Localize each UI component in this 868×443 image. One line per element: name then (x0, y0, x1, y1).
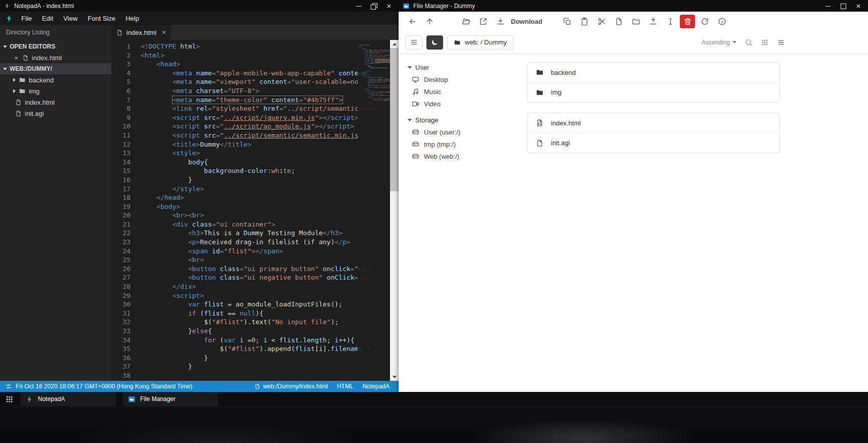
up-button[interactable] (422, 15, 437, 28)
download-label[interactable]: Download (511, 18, 542, 25)
help-button[interactable] (731, 15, 747, 28)
tree-item-backend[interactable]: backend (0, 74, 111, 85)
new-file-button[interactable] (611, 15, 626, 28)
chevron-right-icon (13, 78, 16, 82)
tree-item-index-html[interactable]: index.html (0, 97, 111, 108)
breadcrumb[interactable]: web: / Dummy (447, 35, 513, 50)
restore-icon[interactable] (370, 3, 377, 10)
tree-item-init-agi[interactable]: init.agi (0, 108, 111, 119)
notepada-window: NotepadA - index.html × File Edit View F… (0, 0, 399, 392)
menu-edit[interactable]: Edit (37, 15, 58, 22)
new-folder-button[interactable] (628, 15, 643, 28)
file-manager-icon (128, 395, 136, 403)
minimap-content: <!DOCTYPE html><html> <head> <meta name=… (358, 45, 390, 106)
file-row-init-agi[interactable]: init.agi (528, 133, 779, 153)
workspace-section[interactable]: WEB:/DUMMY/ (0, 63, 111, 74)
file-row-img[interactable]: img (528, 82, 779, 102)
sidebar-item-label: Desktop (424, 76, 448, 83)
tab-index-html[interactable]: index.html × (111, 25, 171, 40)
refresh-button[interactable] (697, 15, 712, 28)
paste-button[interactable] (577, 15, 592, 28)
sidebar-section-user[interactable]: User (408, 61, 514, 73)
taskbar: NotepadA File Manager (0, 392, 868, 406)
close-editor-icon[interactable]: × (13, 54, 19, 62)
music-icon (412, 88, 419, 96)
menu-view[interactable]: View (59, 15, 82, 22)
menu-font-size[interactable]: Font Size (83, 15, 120, 22)
minimap[interactable]: <!DOCTYPE html><html> <head> <meta name=… (358, 40, 390, 381)
file-name: index.html (551, 119, 581, 127)
open-editor-filename: index.html (32, 54, 62, 62)
sidebar-section-storage[interactable]: Storage (408, 114, 514, 126)
copy-button[interactable] (559, 15, 575, 28)
rename-button[interactable] (663, 15, 678, 28)
sidebar-item-label: tmp (tmp:/) (424, 141, 456, 148)
folder-icon (19, 76, 26, 83)
scrollbar-thumb[interactable] (390, 48, 399, 191)
menu-help[interactable]: Help (121, 15, 144, 22)
tab-close-icon[interactable]: × (162, 28, 166, 36)
sidebar-item-user-drive[interactable]: User (user:/) (408, 126, 514, 138)
tab-bar: index.html × (111, 25, 399, 40)
taskbar-item-notepada[interactable]: NotepadA (21, 392, 116, 406)
statusbar-datetime: Fri Oct 16 2020 18:06:17 GMT+0800 (Hong … (16, 383, 192, 390)
minimize-icon[interactable] (355, 3, 362, 10)
info-button[interactable] (714, 15, 729, 28)
statusbar-language[interactable]: HTML (337, 383, 354, 390)
minimize-icon[interactable] (824, 3, 832, 10)
open-editor-item[interactable]: × index.html (0, 52, 111, 63)
line-numbers: 1234567891011121314151617181920212223242… (111, 40, 141, 381)
video-icon (412, 100, 419, 108)
close-icon[interactable]: × (855, 3, 862, 10)
caret-down-icon (732, 41, 736, 43)
file-icon (116, 29, 123, 36)
workspace-label: WEB:/DUMMY/ (10, 65, 52, 72)
open-folder-button[interactable] (458, 15, 473, 28)
back-button[interactable] (405, 15, 420, 28)
sidebar-item-tmp-drive[interactable]: tmp (tmp:/) (408, 138, 514, 150)
dark-mode-toggle[interactable] (426, 35, 443, 50)
sidebar-item-desktop[interactable]: Desktop (408, 73, 514, 85)
delete-button[interactable] (680, 15, 695, 28)
open-editors-section[interactable]: OPEN EDITORS (0, 41, 111, 52)
sidebar-item-label: Music (424, 88, 441, 96)
file-icon (15, 99, 22, 106)
file-group: index.html init.agi (527, 113, 780, 153)
list-view-icon[interactable] (777, 38, 785, 47)
window-title: NotepadA - index.html (14, 3, 74, 10)
editor-scrollbar[interactable] (390, 40, 399, 381)
search-icon[interactable] (745, 38, 753, 47)
notepada-statusbar: Fri Oct 16 2020 18:06:17 GMT+0800 (Hong … (0, 381, 399, 392)
menu-button[interactable] (406, 35, 422, 50)
cut-button[interactable] (594, 15, 609, 28)
drive-icon (412, 141, 419, 148)
scroll-up-icon[interactable] (390, 40, 399, 48)
scroll-down-icon[interactable] (390, 373, 399, 381)
drive-icon (412, 153, 419, 160)
file-icon (15, 110, 22, 117)
sync-icon (5, 383, 12, 390)
menu-file[interactable]: File (17, 15, 36, 22)
close-icon[interactable]: × (385, 3, 393, 10)
directory-sidebar: Directory Listing OPEN EDITORS × index.h… (0, 25, 111, 381)
maximize-icon[interactable] (840, 3, 847, 10)
file-row-index-html[interactable]: index.html (528, 113, 779, 133)
upload-button[interactable] (645, 15, 661, 28)
taskbar-item-filemanager[interactable]: File Manager (123, 392, 218, 406)
statusbar-right: web:/Dummy/index.html HTML NotepadA (254, 383, 394, 390)
file-name: backend (551, 69, 576, 76)
tree-item-img[interactable]: img (0, 85, 111, 97)
fm-toolbar: Download (399, 12, 868, 31)
open-in-new-button[interactable] (475, 15, 491, 28)
code-editor[interactable]: 1234567891011121314151617181920212223242… (111, 40, 399, 381)
file-row-backend[interactable]: backend (528, 63, 779, 82)
file-list: backend img index.html (514, 54, 868, 392)
notepada-titlebar: NotepadA - index.html × (0, 0, 399, 12)
sidebar-item-music[interactable]: Music (408, 85, 514, 98)
apps-grid-icon[interactable] (5, 395, 14, 404)
sort-order-dropdown[interactable]: Ascending (702, 39, 736, 46)
grid-view-icon[interactable] (761, 38, 769, 47)
sidebar-item-web-drive[interactable]: Web (web:/) (408, 150, 514, 162)
sidebar-item-video[interactable]: Video (408, 98, 514, 110)
download-button[interactable] (493, 15, 508, 28)
